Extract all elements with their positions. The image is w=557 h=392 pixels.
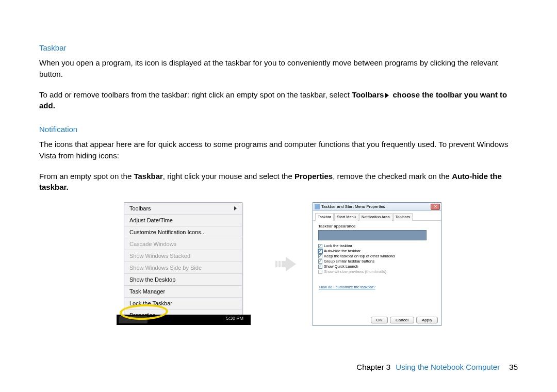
checkbox-icon: ✓ (318, 249, 322, 253)
context-menu-item[interactable]: Toolbars (124, 203, 242, 215)
taskbar-clock: 5:30 PM (226, 316, 243, 321)
dialog-tabs: TaskbarStart MenuNotification AreaToolba… (313, 211, 441, 221)
dialog-tab[interactable]: Notification Area (359, 213, 392, 221)
dialog-tab[interactable]: Start Menu (334, 213, 358, 221)
dialog-panel: Taskbar appearance ✓Lock the taskbar✓Aut… (313, 221, 441, 290)
bold-taskbar: Taskbar (134, 172, 162, 181)
checkbox-icon: ✓ (318, 265, 322, 269)
dialog-titlebar: Taskbar and Start Menu Properties ✕ (313, 203, 441, 211)
context-menu-label: Task Manager (129, 288, 165, 295)
help-link[interactable]: How do I customize the taskbar? (319, 285, 375, 289)
section-heading-notification: Notification (39, 125, 518, 134)
notification-paragraph-1: The icons that appear here are for quick… (39, 139, 518, 161)
context-menu-label: Adjust Date/Time (129, 217, 173, 223)
dialog-close-button[interactable]: ✕ (431, 204, 440, 210)
svg-rect-2 (282, 261, 286, 267)
context-menu-label: Show Windows Stacked (129, 253, 190, 259)
checkbox-row[interactable]: ✓Auto-hide the taskbar (318, 249, 436, 253)
checkbox-label: Group similar taskbar buttons (324, 259, 374, 264)
section-heading-taskbar: Taskbar (39, 43, 518, 52)
footer-title: Using the Notebook Computer (396, 363, 500, 371)
context-menu-label: Show Windows Side by Side (129, 265, 202, 271)
checkbox-row[interactable]: ✓Lock the taskbar (318, 243, 436, 248)
context-menu-item[interactable]: Adjust Date/Time (124, 215, 242, 226)
triangle-arrow-icon (385, 93, 389, 98)
context-menu-item: Cascade Windows (124, 238, 242, 250)
group-label: Taskbar appearance (318, 224, 436, 228)
dialog-actions: OK Cancel Apply (371, 317, 438, 323)
checkbox-label: Show window previews (thumbnails) (324, 269, 386, 274)
apply-button[interactable]: Apply (416, 317, 438, 323)
bold-properties: Properties (294, 172, 333, 181)
text-fragment: To add or remove toolbars from the taskb… (39, 90, 352, 99)
context-menu-item: Show Windows Stacked (124, 250, 242, 262)
context-menu-item[interactable]: Task Manager (124, 286, 242, 298)
footer-chapter: Chapter 3 (356, 363, 390, 371)
context-menu: ToolbarsAdjust Date/TimeCustomize Notifi… (124, 202, 242, 321)
context-menu-item[interactable]: Show the Desktop (124, 274, 242, 286)
checkbox-icon: ✓ (318, 244, 322, 248)
cancel-button[interactable]: Cancel (390, 317, 414, 323)
context-menu-item[interactable]: Customize Notification Icons... (124, 226, 242, 238)
context-menu-label: Cascade Windows (129, 241, 176, 247)
checkbox-icon: ✓ (318, 254, 322, 258)
checkbox-label: Lock the taskbar (324, 243, 352, 248)
checkbox-label: Keep the taskbar on top of other windows (324, 254, 395, 258)
taskbar-preview (318, 230, 427, 240)
checkbox-label: Auto-hide the taskbar (324, 249, 361, 253)
dialog-tab[interactable]: Toolbars (393, 213, 413, 221)
taskbar-strip: 5:30 PM (117, 315, 251, 325)
footer-page-number: 35 (509, 363, 518, 371)
checkbox-row: Show window previews (thumbnails) (318, 269, 436, 274)
dialog-tab[interactable]: Taskbar (315, 213, 334, 221)
context-menu-label: Show the Desktop (129, 276, 175, 283)
context-menu-label: Toolbars (129, 205, 151, 211)
dialog-title: Taskbar and Start Menu Properties (321, 204, 431, 209)
checkbox-icon (318, 270, 322, 274)
submenu-arrow-icon (234, 206, 237, 210)
text-fragment: From an empty spot on the (39, 172, 134, 181)
page-footer: Chapter 3 Using the Notebook Computer 35 (356, 363, 518, 371)
svg-rect-0 (275, 261, 277, 267)
text-fragment: , remove the checked mark on the (333, 172, 452, 181)
checkbox-label: Show Quick Launch (324, 264, 358, 269)
checkbox-row[interactable]: ✓Keep the taskbar on top of other window… (318, 254, 436, 258)
context-menu-item: Show Windows Side by Side (124, 262, 242, 274)
text-fragment: , right click your mouse and select the (163, 172, 294, 181)
context-menu-label: Lock the Taskbar (129, 300, 172, 306)
context-menu-label: Customize Notification Icons... (129, 229, 206, 235)
taskbar-paragraph-2: To add or remove toolbars from the taskb… (39, 89, 518, 112)
svg-marker-3 (286, 257, 296, 271)
taskbar-left-badge (119, 316, 148, 323)
checkbox-icon: ✓ (318, 259, 322, 264)
ok-button[interactable]: OK (371, 317, 388, 323)
notification-paragraph-2: From an empty spot on the Taskbar, right… (39, 171, 518, 193)
taskbar-paragraph-1: When you open a program, its icon is dis… (39, 57, 518, 80)
big-arrow-icon (274, 254, 297, 274)
properties-dialog: Taskbar and Start Menu Properties ✕ Task… (313, 202, 441, 326)
svg-rect-1 (278, 261, 281, 267)
checkbox-row[interactable]: ✓Group similar taskbar buttons (318, 259, 436, 264)
checkbox-row[interactable]: ✓Show Quick Launch (318, 264, 436, 269)
context-menu-item[interactable]: Lock the Taskbar (124, 298, 242, 309)
dialog-window-icon (315, 204, 320, 209)
bold-toolbars: Toolbars (352, 90, 384, 99)
